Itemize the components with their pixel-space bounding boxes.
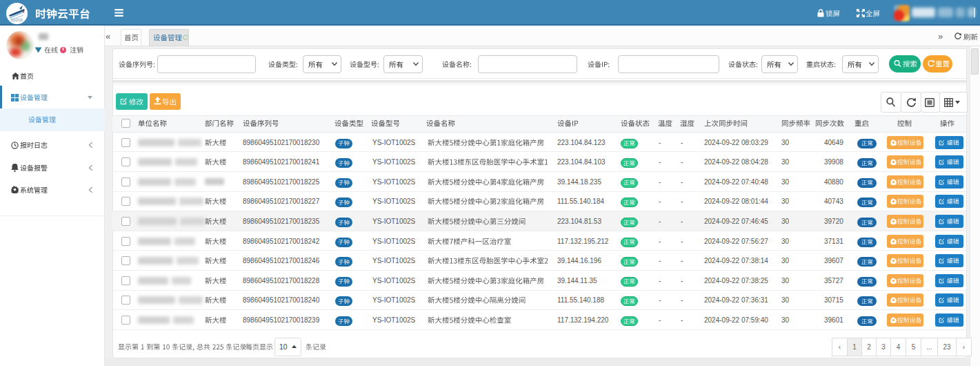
svg-text:CLOCK: CLOCK — [11, 18, 23, 22]
